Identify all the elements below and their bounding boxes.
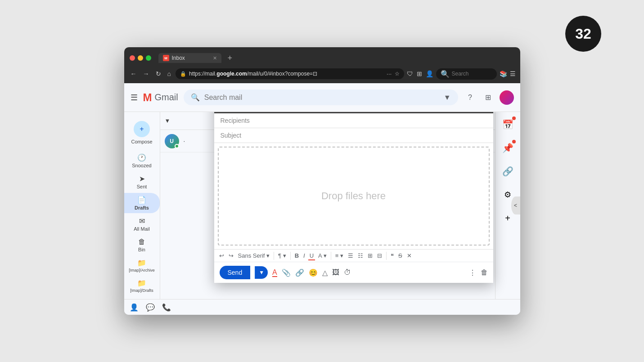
gmail-header-right: ? ⊞ (464, 90, 514, 105)
align-button[interactable]: ≡ ▾ (334, 251, 345, 260)
sidebar-item-all-mail[interactable]: ✉ All Mail (124, 214, 160, 234)
sidebar-item-sent[interactable]: ➤ Sent (124, 172, 160, 192)
gmail-search-input[interactable] (204, 94, 439, 102)
back-button[interactable]: ← (129, 69, 139, 78)
expand-panel-button[interactable]: < (511, 197, 520, 215)
browser-chrome: M Inbox ✕ + ← → ↻ ⌂ 🔒 https://mail.googl… (124, 47, 520, 83)
tasks-panel-button[interactable]: 📌 (499, 139, 517, 157)
minimize-window-button[interactable] (138, 55, 143, 61)
filter-dropdown[interactable]: ▼ (165, 117, 171, 124)
search-options-icon[interactable]: ▼ (444, 94, 451, 102)
font-family-selector[interactable]: Sans Serif ▾ (237, 251, 271, 260)
underline-button[interactable]: U (308, 251, 315, 260)
send-options-button[interactable]: ▼ (255, 266, 268, 279)
bold-button[interactable]: B (293, 251, 300, 260)
strikethrough-button[interactable]: S (397, 251, 404, 260)
menu-icon[interactable]: ☰ (510, 70, 516, 77)
compose-subject-placeholder: Subject (221, 132, 242, 139)
sidebar-item-drafts[interactable]: 📄 Drafts (124, 193, 160, 213)
footer-chat-icon[interactable]: 💬 (146, 303, 155, 312)
user-avatar[interactable] (500, 90, 514, 105)
compose-label: Compose (131, 139, 152, 144)
delete-draft-button[interactable]: 🗑 (481, 268, 488, 277)
footer-people-icon[interactable]: 👤 (130, 303, 139, 312)
gmail-search-bar[interactable]: 🔍 ▼ (184, 89, 458, 105)
tab-close-button[interactable]: ✕ (213, 55, 217, 61)
compose-body-area[interactable]: Drop files here (214, 143, 493, 249)
quote-button[interactable]: ❝ (389, 251, 395, 260)
hamburger-menu-button[interactable]: ☰ (131, 93, 138, 103)
attach-file-button[interactable]: 📎 (282, 268, 291, 277)
apps-button[interactable]: ⊞ (482, 91, 495, 104)
browser-search-bar[interactable]: 🔍 (436, 68, 497, 80)
fmt-separator-2 (290, 252, 291, 260)
email-sender-avatar: U (165, 134, 179, 148)
sidebar-item-bin[interactable]: 🗑 Bin (124, 235, 160, 255)
compose-recipients-field[interactable]: Recipients (214, 113, 493, 128)
address-more-button[interactable]: ··· (387, 70, 392, 77)
compose-subject-field[interactable]: Subject (214, 128, 493, 143)
remove-formatting-button[interactable]: ✕ (405, 251, 413, 260)
imap-archive-icon: 📁 (137, 259, 146, 267)
sidebar-item-imap-archive[interactable]: 📁 [Imap]/Archive (124, 256, 160, 275)
insert-link-button[interactable]: 🔗 (295, 268, 304, 277)
gmail-logo: M Gmail (143, 91, 178, 104)
close-window-button[interactable] (130, 55, 135, 61)
compose-formatting-toolbar: ↩ ↪ Sans Serif ▾ ¶ ▾ B I U A ▾ ≡ ▾ ☰ ☷ (214, 249, 493, 262)
help-button[interactable]: ? (464, 91, 477, 104)
italic-button[interactable]: I (302, 251, 306, 260)
all-mail-label: All Mail (134, 226, 149, 232)
lock-icon: 🔒 (180, 71, 186, 77)
contacts-panel-button[interactable]: 🔗 (499, 162, 517, 180)
ordered-list-button[interactable]: ☰ (347, 251, 355, 260)
insert-signature-button[interactable]: ⏱ (344, 268, 351, 277)
new-tab-button[interactable]: + (228, 54, 233, 63)
calendar-badge (512, 116, 516, 120)
gmail-search-icon: 🔍 (191, 93, 200, 102)
fmt-separator-1 (274, 252, 274, 260)
footer-phone-icon[interactable]: 📞 (162, 303, 171, 312)
insert-emoji-button[interactable]: 😊 (309, 268, 318, 277)
insert-drive-button[interactable]: △ (322, 268, 328, 277)
imap-archive-label: [Imap]/Archive (129, 268, 155, 273)
text-format-icon[interactable]: A (272, 268, 277, 277)
more-options-button[interactable]: ⋮ (469, 268, 476, 277)
paragraph-format-button[interactable]: ¶ ▾ (277, 251, 288, 260)
fullscreen-window-button[interactable] (146, 55, 151, 61)
profile-icon[interactable]: 👤 (426, 70, 433, 77)
insert-photo-button[interactable]: 🖼 (332, 268, 339, 277)
tab-label: Inbox (172, 55, 185, 61)
gmail-footer: 👤 💬 📞 (124, 299, 520, 315)
bin-icon: 🗑 (138, 238, 145, 246)
unordered-list-button[interactable]: ☷ (356, 251, 365, 260)
sidebar-item-imap-drafts[interactable]: 📁 [Imap]/Drafts (124, 276, 160, 295)
forward-button[interactable]: → (141, 69, 151, 78)
bookmarks-icon[interactable]: 📚 (500, 70, 507, 77)
browser-tab-inbox[interactable]: M Inbox ✕ (158, 53, 221, 63)
compose-drop-zone[interactable]: Drop files here (218, 147, 490, 246)
shields-icon[interactable]: 🛡 (407, 70, 413, 77)
browser-search-input[interactable] (452, 71, 492, 77)
traffic-lights (130, 55, 151, 61)
home-button[interactable]: ⌂ (166, 69, 173, 78)
redo-button[interactable]: ↪ (227, 251, 235, 260)
calendar-panel-button[interactable]: 📅 (499, 116, 517, 134)
compose-modal: New Message − ⤢ ✕ Recipients Subject (214, 112, 493, 283)
sent-label: Sent (137, 184, 147, 189)
indent-button[interactable]: ⊞ (366, 251, 374, 260)
text-color-button[interactable]: A ▾ (317, 251, 328, 260)
browser-toolbar: ← → ↻ ⌂ 🔒 https://mail.google.com/mail/u… (124, 64, 520, 83)
outdent-button[interactable]: ⊟ (376, 251, 383, 260)
gmail-content: ☰ M Gmail 🔍 ▼ ? ⊞ (124, 83, 520, 315)
extensions-icon[interactable]: ⊞ (417, 70, 422, 77)
undo-button[interactable]: ↩ (218, 251, 225, 260)
address-bar[interactable]: 🔒 https://mail.google.com/mail/u/0/#inbo… (176, 68, 404, 79)
toolbar-icons: 🛡 ⊞ 👤 (407, 70, 433, 77)
bookmark-icon[interactable]: ☆ (395, 71, 400, 77)
compose-button[interactable]: + Compose (124, 116, 160, 150)
all-mail-icon: ✉ (139, 217, 145, 225)
send-button[interactable]: Send (220, 266, 251, 279)
refresh-button[interactable]: ↻ (154, 69, 163, 78)
sidebar-item-snoozed[interactable]: 🕐 Snoozed (124, 151, 160, 171)
gmail-body: + Compose 🕐 Snoozed ➤ Sent 📄 Drafts (124, 112, 520, 299)
